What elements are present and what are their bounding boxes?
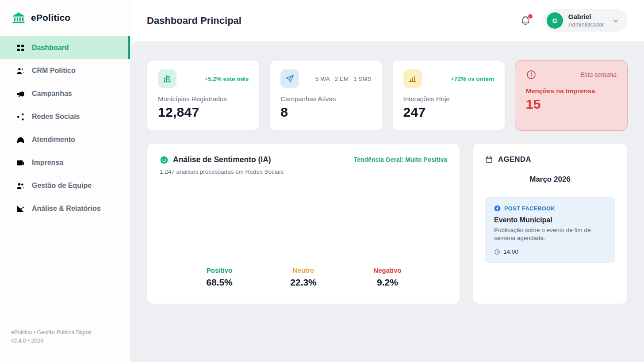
- user-name: Gabriel: [568, 13, 604, 21]
- headset-icon: [16, 135, 25, 145]
- metric-value: 22.3%: [261, 277, 345, 288]
- metric-label: Neutro: [261, 267, 345, 274]
- notifications-button[interactable]: [520, 15, 532, 27]
- sidebar-item-label: Imprensa: [32, 159, 63, 167]
- calendar-icon: [485, 155, 493, 164]
- stat-label: Menções na Imprensa: [526, 87, 617, 95]
- metric-value: 9.2%: [345, 277, 429, 288]
- newspaper-icon: [16, 158, 25, 168]
- stat-card-municipios: +5.2% este mês Municípios Registrados 12…: [147, 60, 260, 131]
- stat-value: 247: [403, 105, 494, 120]
- stat-value: 12,847: [158, 105, 249, 120]
- agenda-event-card[interactable]: POST FACEBOOK Evento Municipal Publicaçã…: [485, 197, 615, 263]
- agenda-month: Março 2026: [485, 175, 615, 184]
- metric-negativo: Negativo 9.2%: [345, 267, 429, 288]
- user-info: Gabriel Administrador: [568, 13, 604, 28]
- event-time: 14:00: [503, 248, 518, 255]
- channel-badges: 5 WA 2 EM 1 SMS: [315, 76, 372, 82]
- event-description: Publicação sobre o evento de fim de sema…: [494, 226, 606, 242]
- chart-line-icon: [16, 204, 25, 213]
- facebook-icon: [494, 205, 501, 212]
- agenda-title: AGENDA: [498, 155, 531, 164]
- user-role: Administrador: [568, 21, 604, 28]
- badge-email: 2 EM: [334, 76, 349, 82]
- dashboard-content: +5.2% este mês Municípios Registrados 12…: [130, 41, 644, 362]
- sentiment-panel: Análise de Sentimento (IA) Tendência Ger…: [147, 143, 460, 304]
- stat-card-mencoes-imprensa: Esta semana Menções na Imprensa 15: [515, 60, 628, 131]
- stat-badge: +72% vs ontem: [451, 76, 494, 82]
- sidebar-item-label: Campanhas: [32, 90, 72, 98]
- stat-value: 15: [526, 97, 617, 112]
- sidebar-item-imprensa[interactable]: Imprensa: [0, 151, 130, 174]
- stat-badge: +5.2% este mês: [204, 76, 249, 82]
- sidebar-item-label: Dashboard: [32, 44, 69, 52]
- brand-name: ePolitico: [31, 12, 70, 23]
- sidebar-item-label: CRM Político: [32, 67, 76, 75]
- event-tag: POST FACEBOOK: [504, 206, 555, 212]
- badge-whatsapp: 5 WA: [315, 76, 330, 82]
- stat-label: Municípios Registrados: [158, 95, 249, 103]
- stat-card-interacoes: +72% vs ontem Interações Hoje 247: [392, 60, 505, 131]
- sidebar-item-label: Análise & Relatórios: [32, 205, 101, 213]
- sidebar-nav: Dashboard CRM Político Campanhas Redes S…: [0, 36, 130, 220]
- footer-version-line: v2.4.0 • 2026: [11, 337, 92, 345]
- panels-row: Análise de Sentimento (IA) Tendência Ger…: [147, 143, 628, 304]
- sidebar-item-redes-sociais[interactable]: Redes Sociais: [0, 105, 130, 128]
- metric-label: Positivo: [177, 267, 261, 274]
- event-time-row: 14:00: [494, 248, 606, 255]
- stat-badge: Esta semana: [580, 71, 617, 78]
- stats-row: +5.2% este mês Municípios Registrados 12…: [147, 60, 628, 131]
- sidebar-item-gestao-de-equipe[interactable]: Gestão de Equipe: [0, 174, 130, 197]
- footer-app-line: ePolitico • Gestão Pública Digital: [11, 328, 92, 337]
- sentiment-trend: Tendência Geral: Muito Positiva: [354, 155, 447, 163]
- chevron-down-icon: [612, 17, 620, 25]
- sidebar-item-analise-relatorios[interactable]: Análise & Relatórios: [0, 197, 130, 220]
- metric-label: Negativo: [345, 267, 429, 274]
- metric-neutro: Neutro 22.3%: [261, 267, 345, 288]
- sidebar: ePolitico Dashboard CRM Político Campanh…: [0, 0, 130, 362]
- sidebar-item-dashboard[interactable]: Dashboard: [0, 36, 130, 59]
- event-title: Evento Municipal: [494, 216, 606, 224]
- sidebar-item-label: Gestão de Equipe: [32, 182, 92, 190]
- stat-label: Campanhas Ativas: [280, 95, 371, 103]
- grid-icon: [16, 43, 25, 53]
- sidebar-item-label: Atendimento: [32, 136, 75, 144]
- sidebar-item-campanhas[interactable]: Campanhas: [0, 82, 130, 105]
- stat-value: 8: [280, 105, 371, 120]
- smiley-icon: [160, 156, 169, 164]
- send-icon: [280, 69, 299, 88]
- sentiment-subtitle: 1.247 análises processadas em Redes Soci…: [160, 168, 447, 175]
- sidebar-item-label: Redes Sociais: [32, 113, 80, 121]
- buildings-icon: [158, 69, 176, 88]
- stat-card-campanhas: 5 WA 2 EM 1 SMS Campanhas Ativas 8: [269, 60, 382, 131]
- megaphone-icon: [16, 89, 25, 99]
- bar-chart-icon: [403, 69, 422, 88]
- brand-logo: ePolitico: [0, 0, 130, 34]
- agenda-panel: AGENDA Março 2026 POST FACEBOOK Evento M…: [472, 143, 628, 304]
- sidebar-footer: ePolitico • Gestão Pública Digital v2.4.…: [11, 328, 92, 345]
- topbar: Dashboard Principal G Gabriel Administra…: [130, 0, 644, 41]
- unread-notification-dot: [528, 14, 533, 19]
- sentiment-metrics: Positivo 68.5% Neutro 22.3% Negativo 9.2…: [160, 267, 447, 290]
- clock-icon: [494, 249, 500, 255]
- sidebar-item-crm-politico[interactable]: CRM Político: [0, 59, 130, 82]
- contacts-icon: [16, 66, 25, 76]
- sentiment-title: Análise de Sentimento (IA): [173, 155, 271, 164]
- stat-label: Interações Hoje: [403, 95, 494, 103]
- alert-circle-icon: [526, 69, 537, 80]
- team-icon: [16, 181, 25, 191]
- badge-sms: 1 SMS: [353, 76, 372, 82]
- bank-icon: [12, 11, 26, 25]
- topbar-actions: G Gabriel Administrador: [520, 9, 628, 32]
- main-area: Dashboard Principal G Gabriel Administra…: [130, 0, 644, 362]
- page-title: Dashboard Principal: [147, 15, 242, 27]
- metric-positivo: Positivo 68.5%: [177, 267, 261, 288]
- sidebar-item-atendimento[interactable]: Atendimento: [0, 128, 130, 151]
- metric-value: 68.5%: [177, 277, 261, 288]
- share-icon: [16, 112, 25, 122]
- avatar: G: [547, 12, 563, 29]
- user-menu[interactable]: G Gabriel Administrador: [543, 9, 628, 32]
